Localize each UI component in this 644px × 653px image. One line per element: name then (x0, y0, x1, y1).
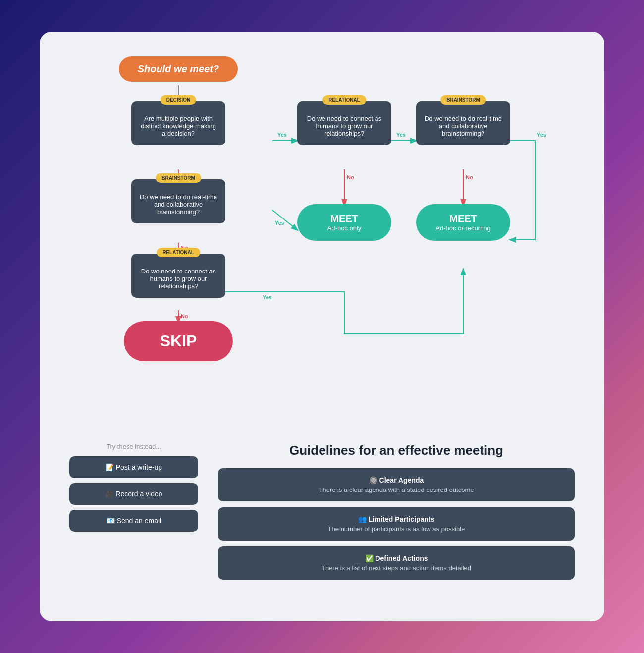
meet2-sub: Ad-hoc or recurring (426, 224, 500, 232)
participants-icon: 👥 (358, 515, 369, 523)
try-instead-section: Try these instead... 📝 Post a write-up 🎥… (69, 443, 198, 586)
yes-label-5: Yes (263, 294, 272, 300)
defined-actions-desc: There is a list of next steps and action… (230, 564, 563, 572)
email-text: Send an email (117, 517, 161, 525)
defined-actions-icon: ✅ (365, 554, 376, 562)
start-node: Should we meet? (119, 56, 238, 82)
brainstorm-text-1: Do we need to do real-time and collabora… (140, 193, 217, 216)
clear-agenda-icon: 🔘 (369, 476, 379, 484)
guideline-clear-agenda: 🔘 Clear Agenda There is a clear agenda w… (218, 468, 575, 501)
no-label-3: No (181, 313, 188, 319)
meet-node-1: MEET Ad-hoc only (297, 204, 391, 241)
start-label: Should we meet? (138, 63, 219, 74)
guideline-defined-actions: ✅ Defined Actions There is a list of nex… (218, 546, 575, 580)
relational-text-1: Do we need to connect as humans to grow … (141, 268, 215, 290)
meet1-title: MEET (307, 213, 381, 224)
skip-label: SKIP (160, 332, 197, 350)
clear-agenda-desc: There is a clear agenda with a stated de… (230, 486, 563, 493)
skip-node: SKIP (124, 321, 233, 361)
try-instead-label: Try these instead... (69, 443, 198, 450)
guidelines-title: Guidelines for an effective meeting (218, 443, 575, 458)
meet1-sub: Ad-hoc only (307, 224, 381, 232)
badge-relational-1: RELATIONAL (157, 248, 200, 257)
writeup-icon: 📝 (106, 463, 116, 471)
guidelines-section: Guidelines for an effective meeting 🔘 Cl… (218, 443, 575, 586)
limited-participants-title: 👥 Limited Participants (230, 515, 563, 523)
video-icon: 🎥 (105, 490, 115, 498)
video-text: Record a video (115, 490, 162, 498)
meet-node-2: MEET Ad-hoc or recurring (416, 204, 510, 241)
relational-box-1: RELATIONAL Do we need to connect as huma… (131, 254, 225, 298)
brainstorm-box-2: BRAINSTORM Do we need to do real-time an… (416, 101, 510, 145)
yes-label-2: Yes (396, 132, 406, 138)
badge-brainstorm-2: BRAINSTORM (440, 95, 486, 105)
relational-text-2: Do we need to connect as humans to grow … (307, 115, 381, 137)
yes-label-1: Yes (277, 132, 287, 138)
bottom-section: Try these instead... 📝 Post a write-up 🎥… (69, 443, 575, 586)
defined-actions-title: ✅ Defined Actions (230, 554, 563, 562)
writeup-text: Post a write-up (116, 463, 162, 471)
send-email-option[interactable]: 📧 Send an email (69, 510, 198, 532)
post-writeup-option[interactable]: 📝 Post a write-up (69, 456, 198, 478)
clear-agenda-title: 🔘 Clear Agenda (230, 476, 563, 484)
badge-brainstorm-1: BRAINSTORM (156, 173, 201, 183)
main-card: No No No Yes Yes No No Yes Yes Yes (40, 32, 604, 621)
record-video-option[interactable]: 🎥 Record a video (69, 483, 198, 505)
badge-relational-2: RELATIONAL (322, 95, 366, 105)
yes-label-4: Yes (275, 220, 284, 226)
meet2-title: MEET (426, 213, 500, 224)
brainstorm-box-1: BRAINSTORM Do we need to do real-time an… (131, 179, 225, 223)
flowchart-area: No No No Yes Yes No No Yes Yes Yes (69, 56, 575, 433)
decision-box-1: DECISION Are multiple people with distin… (131, 101, 225, 145)
svg-line-8 (272, 210, 297, 230)
email-icon: 📧 (107, 517, 117, 525)
guideline-limited-participants: 👥 Limited Participants The number of par… (218, 507, 575, 541)
decision-text-1: Are multiple people with distinct knowle… (141, 115, 216, 137)
limited-participants-desc: The number of participants is as low as … (230, 525, 563, 533)
badge-decision-1: DECISION (161, 95, 196, 105)
brainstorm-text-2: Do we need to do real-time and collabora… (425, 115, 502, 137)
no-label-5: No (466, 174, 473, 180)
no-label-4: No (347, 174, 354, 180)
yes-label-3: Yes (537, 132, 546, 138)
relational-box-2: RELATIONAL Do we need to connect as huma… (297, 101, 391, 145)
